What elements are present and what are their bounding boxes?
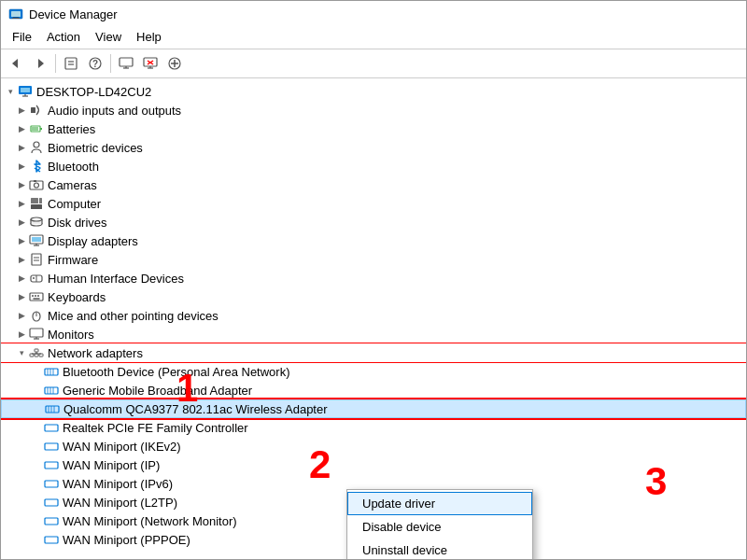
net5-icon [44,439,59,454]
firmware-expand-arrow: ▶ [16,254,27,265]
context-menu-update-driver[interactable]: Update driver [347,492,532,515]
net8-label: WAN Miniport (L2TP) [63,496,177,510]
context-menu-uninstall-device[interactable]: Uninstall device [347,539,532,559]
add-button[interactable] [163,52,186,75]
hid-icon [29,271,44,286]
root-expand-arrow: ▾ [5,86,16,97]
batteries-expand-arrow: ▶ [16,123,27,134]
svg-rect-69 [45,369,58,375]
remove-button[interactable] [139,52,162,75]
hid-expand-arrow: ▶ [16,273,27,284]
svg-rect-65 [35,349,38,352]
net2-icon [44,383,59,398]
svg-rect-3 [12,18,20,19]
tree-item-keyboards[interactable]: ▶ Keyboards [1,287,746,306]
bluetooth-icon [29,159,44,174]
svg-rect-31 [30,181,43,189]
properties-button[interactable] [60,52,82,75]
mouse-icon [29,308,44,323]
svg-rect-87 [45,537,58,543]
svg-rect-29 [32,127,38,131]
net3-label: Qualcomm QCA9377 802.11ac Wireless Adapt… [63,402,328,416]
disk-label: Disk drives [48,216,107,230]
svg-rect-73 [45,387,58,394]
tree-item-net6[interactable]: ▶ WAN Miniport (IP) [1,455,746,474]
computer-icon2 [29,196,44,211]
bluetooth-label: Bluetooth [48,160,99,174]
batteries-icon [29,121,44,136]
svg-rect-1 [11,11,21,17]
svg-point-30 [34,142,39,147]
tree-item-hid[interactable]: ▶ Human Interface Devices [1,269,746,287]
mice-expand-arrow: ▶ [16,310,27,321]
tree-item-disk[interactable]: ▶ Disk drives [1,213,746,231]
svg-rect-28 [40,128,42,130]
tree-item-display[interactable]: ▶ Display adapters [1,231,746,250]
tree-item-net1[interactable]: ▶ Bluetooth Device (Personal Area Networ… [1,362,746,381]
display-expand-arrow: ▶ [16,235,27,246]
tree-item-cameras[interactable]: ▶ Cameras [1,175,746,194]
firmware-label: Firmware [48,253,98,267]
net7-label: WAN Miniport (IPv6) [63,477,173,491]
net4-icon [44,420,59,435]
monitor-button[interactable] [115,52,137,75]
tree-item-net4[interactable]: ▶ Realtek PCIe FE Family Controller [1,418,746,437]
firmware-icon [29,252,44,267]
svg-rect-77 [46,406,59,413]
camera-icon [29,177,44,192]
forward-button[interactable] [29,52,51,75]
tree-item-mice[interactable]: ▶ Mice and other pointing devices [1,306,746,325]
context-menu-disable-device[interactable]: Disable device [347,515,532,539]
audio-label: Audio inputs and outputs [48,104,181,118]
tree-item-network[interactable]: ▾ Network adapters [1,343,746,362]
menu-bar: File Action View Help [1,25,746,49]
tree-item-net2[interactable]: ▶ Generic Mobile Broadband Adapter [1,381,746,399]
window-title: Device Manager [29,7,118,21]
menu-file[interactable]: File [5,27,39,47]
svg-rect-85 [45,499,58,506]
svg-rect-43 [32,237,41,242]
svg-rect-81 [45,425,58,431]
tree-item-bluetooth[interactable]: ▶ Bluetooth [1,157,746,175]
biometric-icon [29,140,44,155]
tree-item-computer[interactable]: ▶ Computer [1,194,746,213]
tree-root[interactable]: ▾ DESKTOP-LD42CU2 [1,82,746,101]
computer-expand-arrow: ▶ [16,198,27,209]
menu-help[interactable]: Help [129,27,169,47]
svg-rect-84 [45,481,58,487]
toolbar: ? [1,49,746,78]
tree-item-batteries[interactable]: ▶ Batteries [1,119,746,138]
tree-item-monitors[interactable]: ▶ Monitors [1,325,746,343]
svg-rect-36 [31,204,42,209]
net9-label: WAN Miniport (Network Monitor) [63,514,237,528]
tree-view[interactable]: ▾ DESKTOP-LD42CU2 ▶ [1,78,746,559]
svg-rect-26 [31,107,35,113]
net5-label: WAN Miniport (IKEv2) [63,440,181,454]
net2-label: Generic Mobile Broadband Adapter [63,384,252,398]
toolbar-sep-2 [110,54,111,73]
tree-item-net3[interactable]: ▶ Qualcomm QCA9377 802.11ac Wireless Ada… [1,399,746,418]
menu-action[interactable]: Action [39,27,88,47]
svg-rect-6 [65,58,77,69]
tree-item-biometric[interactable]: ▶ Biometric devices [1,138,746,157]
net6-label: WAN Miniport (IP) [63,458,160,472]
batteries-label: Batteries [48,122,95,136]
audio-icon [29,103,44,118]
network-expand-arrow: ▾ [16,347,27,358]
menu-view[interactable]: View [88,27,129,47]
monitors-expand-arrow: ▶ [16,329,27,340]
back-button[interactable] [5,52,27,75]
disk-icon [29,215,44,230]
tree-item-firmware[interactable]: ▶ Firmware [1,250,746,269]
net7-icon [44,476,59,491]
tree-item-net5[interactable]: ▶ WAN Miniport (IKEv2) [1,437,746,455]
hid-label: Human Interface Devices [48,272,184,286]
toolbar-sep-1 [55,54,56,73]
title-bar: Device Manager [1,1,746,25]
help-button[interactable]: ? [84,52,106,75]
net9-icon [44,513,59,528]
cameras-label: Cameras [48,178,97,192]
keyboard-icon [29,289,44,304]
tree-item-audio[interactable]: ▶ Audio inputs and outputs [1,101,746,119]
display-icon [29,233,44,248]
